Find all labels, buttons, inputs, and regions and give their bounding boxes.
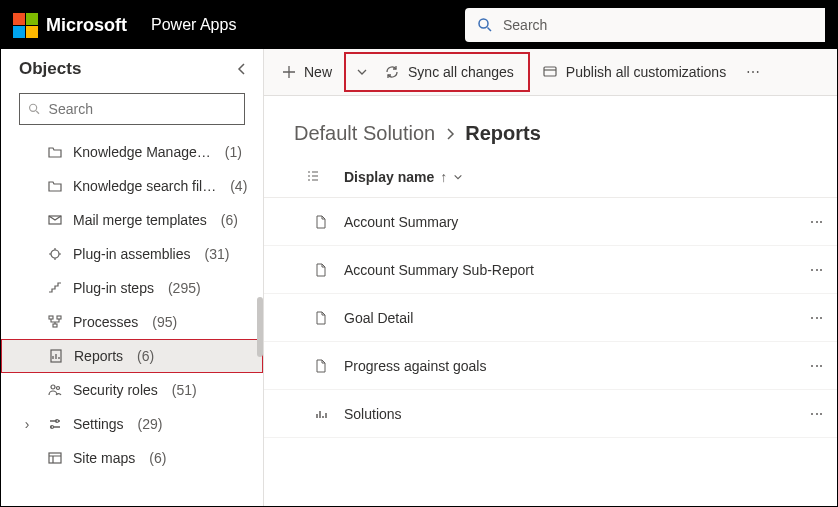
breadcrumb: Default Solution Reports [264, 96, 837, 157]
svg-point-5 [51, 250, 59, 258]
breadcrumb-current: Reports [465, 122, 541, 145]
table-row[interactable]: Account Summary Sub-Report⋮ [264, 246, 837, 294]
mail-icon [47, 212, 63, 228]
chevron-down-icon [356, 66, 368, 78]
app-name: Power Apps [151, 16, 236, 34]
chevron-right-icon[interactable]: › [17, 416, 37, 432]
sidebar-item-count: (295) [168, 280, 201, 296]
brand-text: Microsoft [46, 15, 127, 36]
row-more-button[interactable]: ⋮ [801, 407, 825, 421]
sidebar-item-count: (29) [138, 416, 163, 432]
sidebar-search[interactable] [19, 93, 245, 125]
plugin-icon [47, 246, 63, 262]
doc-icon [298, 359, 344, 373]
table-row[interactable]: Account Summary⋮ [264, 198, 837, 246]
main-pane: New Sync all changes Publish all customi… [264, 49, 837, 506]
column-header-label: Display name [344, 169, 434, 185]
sidebar-item-count: (51) [172, 382, 197, 398]
sidebar-item-label: Settings [73, 416, 124, 432]
new-dropdown-button[interactable] [350, 52, 374, 92]
row-more-button[interactable]: ⋮ [801, 359, 825, 373]
global-search[interactable] [465, 8, 825, 42]
column-header-row: Display name ↑ [264, 157, 837, 198]
sidebar-item-processes[interactable]: Processes(95) [1, 305, 263, 339]
sidebar-title: Objects [19, 59, 81, 79]
plus-icon [282, 65, 296, 79]
sidebar-item-label: Plug-in assemblies [73, 246, 191, 262]
svg-rect-6 [49, 316, 53, 319]
sidebar-search-input[interactable] [49, 101, 236, 117]
row-more-button[interactable]: ⋮ [801, 215, 825, 229]
roles-icon [47, 382, 63, 398]
sidebar-item-count: (6) [137, 348, 154, 364]
table-row[interactable]: Progress against goals⋮ [264, 342, 837, 390]
sidebar-item-count: (1) [225, 144, 242, 160]
row-more-button[interactable]: ⋮ [801, 311, 825, 325]
row-more-button[interactable]: ⋮ [801, 263, 825, 277]
settings-icon [47, 416, 63, 432]
doc-icon [298, 215, 344, 229]
publish-button[interactable]: Publish all customizations [532, 52, 736, 92]
sidebar-item-plug-in-steps[interactable]: Plug-in steps(295) [1, 271, 263, 305]
sync-all-button[interactable]: Sync all changes [374, 52, 524, 92]
sidebar-item-label: Security roles [73, 382, 158, 398]
sidebar-item-count: (31) [205, 246, 230, 262]
sidebar-item-knowledge-search-fil[interactable]: Knowledge search fil…(4) [1, 169, 263, 203]
sidebar-item-knowledge-manage[interactable]: Knowledge Manage…(1) [1, 135, 263, 169]
search-icon [477, 17, 493, 33]
flow-icon [47, 314, 63, 330]
sidebar: Objects Knowledge Manage…(1)Knowledge se… [1, 49, 264, 506]
sidebar-item-label: Site maps [73, 450, 135, 466]
svg-point-2 [30, 104, 37, 111]
row-display-name: Progress against goals [344, 358, 801, 374]
sidebar-item-count: (6) [149, 450, 166, 466]
sidebar-header: Objects [1, 49, 263, 89]
sidebar-item-site-maps[interactable]: Site maps(6) [1, 441, 263, 475]
new-button[interactable]: New [272, 52, 342, 92]
folder-icon [47, 144, 63, 160]
sidebar-item-settings[interactable]: ›Settings(29) [1, 407, 263, 441]
new-button-label: New [304, 64, 332, 80]
doc-icon [298, 311, 344, 325]
collapse-sidebar-icon[interactable] [237, 62, 247, 76]
row-display-name: Account Summary [344, 214, 801, 230]
display-name-column-header[interactable]: Display name ↑ [344, 169, 463, 185]
microsoft-logo-icon [13, 13, 38, 38]
app-header: Microsoft Power Apps [1, 1, 837, 49]
sync-icon [384, 64, 400, 80]
sync-button-label: Sync all changes [408, 64, 514, 80]
select-all-icon[interactable] [298, 170, 328, 184]
steps-icon [47, 280, 63, 296]
svg-line-1 [488, 28, 492, 32]
sidebar-item-plug-in-assemblies[interactable]: Plug-in assemblies(31) [1, 237, 263, 271]
sidebar-item-label: Processes [73, 314, 138, 330]
row-display-name: Account Summary Sub-Report [344, 262, 801, 278]
sidebar-item-label: Knowledge Manage… [73, 144, 211, 160]
more-commands-button[interactable]: ⋯ [738, 52, 770, 92]
scrollbar-thumb[interactable] [257, 297, 263, 357]
table-row[interactable]: Goal Detail⋮ [264, 294, 837, 342]
sitemap-icon [47, 450, 63, 466]
chevron-right-icon [445, 127, 455, 141]
publish-icon [542, 64, 558, 80]
sidebar-item-label: Knowledge search fil… [73, 178, 216, 194]
sidebar-item-mail-merge-templates[interactable]: Mail merge templates(6) [1, 203, 263, 237]
doc-icon [298, 263, 344, 277]
global-search-input[interactable] [503, 17, 813, 33]
sidebar-item-reports[interactable]: Reports(6) [1, 339, 263, 373]
sidebar-item-label: Plug-in steps [73, 280, 154, 296]
table-row[interactable]: Solutions⋮ [264, 390, 837, 438]
sidebar-item-count: (95) [152, 314, 177, 330]
svg-point-11 [57, 387, 60, 390]
row-display-name: Solutions [344, 406, 801, 422]
command-bar: New Sync all changes Publish all customi… [264, 49, 837, 96]
row-display-name: Goal Detail [344, 310, 801, 326]
chevron-down-icon [453, 172, 463, 182]
report-icon [48, 348, 64, 364]
svg-point-0 [479, 19, 488, 28]
sidebar-item-label: Mail merge templates [73, 212, 207, 228]
svg-rect-14 [49, 453, 61, 463]
breadcrumb-parent[interactable]: Default Solution [294, 122, 435, 145]
sidebar-item-security-roles[interactable]: Security roles(51) [1, 373, 263, 407]
sync-group-highlight: Sync all changes [344, 52, 530, 92]
